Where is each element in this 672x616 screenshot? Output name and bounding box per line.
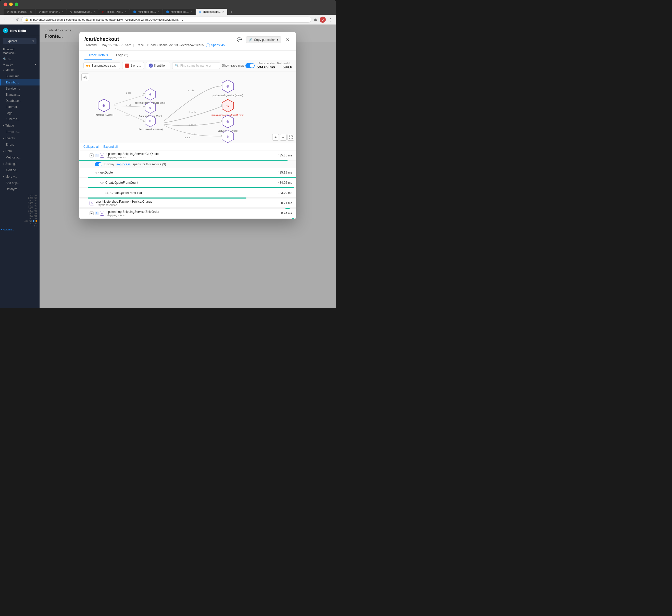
sidebar-item-logs[interactable]: Logs (0, 110, 40, 116)
node-shipping[interactable]: ⊕ shippingservice (443ms) (1 error) (211, 100, 244, 116)
tab-close-icon-0[interactable]: ✕ (30, 10, 32, 13)
sidebar-item-datalyze[interactable]: Datalyze... (0, 186, 40, 192)
span-info-1: getQuote (100, 171, 113, 174)
in-process-toggle[interactable] (95, 162, 102, 166)
browser-tab-3[interactable]: P Politics, Poli... ✕ (99, 9, 130, 15)
trace-map-area: 1 call 1 call 1 call 5 calls 2 calls 2 c… (79, 71, 296, 143)
browser-tab-0[interactable]: ⚙ helm-charts/... ✕ (4, 9, 35, 15)
sidebar-item-databases[interactable]: Database... (0, 98, 40, 104)
node-cart[interactable]: ⊕ CartService (544ms) (218, 115, 238, 132)
explorer-dropdown-btn[interactable]: Explorer ▾ (3, 38, 36, 44)
zoom-out-btn[interactable]: − (280, 134, 287, 141)
span-row-1[interactable]: </> getQuote 435.19 ms (79, 168, 296, 177)
sidebar-section-more[interactable]: ▾ More v... (0, 173, 40, 180)
view-by-dropdown[interactable]: ▾ (35, 63, 36, 66)
browser-tab-2[interactable]: ⚙ newrelic/flue... ✕ (67, 9, 98, 15)
sidebar-item-externals[interactable]: External... (0, 104, 40, 110)
trace-map-toggle-switch[interactable] (245, 63, 255, 68)
span-row-5[interactable]: ▶ 1 ⊕ hipstershop.ShippingService/ShipOr… (79, 209, 296, 218)
tab-close-icon-5[interactable]: ✕ (190, 10, 192, 13)
sidebar-item-errors[interactable]: Errors (0, 142, 40, 148)
collapse-all-btn[interactable]: Collapse all (83, 145, 99, 149)
entities-btn[interactable]: ⬡ 8 entitie... (146, 62, 170, 69)
user-avatar[interactable]: U (320, 17, 326, 23)
in-process-label: Display (104, 163, 114, 166)
browser-tab-4[interactable]: 🔵 minikube sta... ✕ (130, 9, 163, 15)
tab-close-icon-4[interactable]: ✕ (157, 10, 159, 13)
in-process-link[interactable]: in-process (116, 163, 130, 166)
chevron-down-icon: ▾ (32, 39, 34, 43)
trace-map-svg: 1 call 1 call 1 call 5 calls 2 calls 2 c… (79, 71, 296, 143)
sidebar-section-triage[interactable]: ▾ Triage (0, 122, 40, 129)
zoom-fit-btn[interactable] (288, 134, 294, 141)
tab-trace-details[interactable]: Trace Details (84, 51, 112, 60)
tab-close-icon-2[interactable]: ✕ (94, 10, 96, 13)
spans-badge[interactable]: i Spans: 45 (206, 43, 225, 47)
sidebar-item-kubernetes[interactable]: Kuberne... (0, 116, 40, 122)
spans-search-box[interactable]: 🔍 Find spans by name or (172, 62, 220, 69)
node-checkout[interactable]: ⊕ checkoutservice (549ms) (138, 115, 163, 131)
tab-close-icon-6[interactable]: ✕ (222, 10, 224, 13)
expand-icon: ▾ (3, 175, 4, 178)
node-frontend[interactable]: ⊕ Frontend (595ms) (95, 99, 114, 116)
browser-tab-1[interactable]: ⚙ helm-charts/... ✕ (35, 9, 67, 15)
comment-icon[interactable]: 💬 (236, 36, 243, 43)
zoom-controls: + − (272, 134, 294, 141)
anomalous-spans-btn[interactable]: 1 anomalous spa... (83, 62, 120, 69)
copy-permalink-btn[interactable]: 🔗 Copy permalink ▾ (246, 36, 281, 43)
maximize-window-btn[interactable] (15, 3, 18, 6)
tab-logs[interactable]: Logs (2) (112, 51, 132, 60)
sidebar-section-monitor[interactable]: ▾ Monitor (0, 67, 40, 73)
sidebar-item-errors-inbox[interactable]: Errors in... (0, 129, 40, 135)
tab-close-icon-1[interactable]: ✕ (61, 10, 64, 13)
sidebar-section-events[interactable]: ▾ Events (0, 135, 40, 142)
span-expand-btn-0[interactable]: ▾ (90, 153, 94, 157)
span-duration-1: 435.19 ms (278, 171, 292, 174)
svg-text:⊕: ⊕ (102, 103, 105, 107)
errors-btn[interactable]: ! 1 erro... (122, 62, 144, 69)
arrow-recommendation (143, 93, 145, 95)
tab-close-icon-3[interactable]: ✕ (125, 10, 127, 13)
url-input[interactable]: 🔒 https://one.newrelic.com/nr1-core/dist… (21, 17, 311, 23)
reload-btn[interactable]: ↺ (16, 18, 19, 22)
trace-settings-btn[interactable] (81, 73, 89, 81)
new-tab-btn[interactable]: + (229, 9, 235, 15)
sidebar-item-alerts[interactable]: Alert co... (0, 167, 40, 173)
sidebar-item-summary[interactable]: Summary (0, 73, 40, 79)
anomalous-icon (86, 65, 90, 67)
sidebar-item-metrics[interactable]: Metrics a... (0, 154, 40, 161)
sidebar-section-settings[interactable]: ▾ Settings (0, 161, 40, 167)
extensions-icon[interactable]: ⊕ (314, 17, 317, 22)
sidebar-item-transactions[interactable]: Transact... (0, 92, 40, 98)
y-axis-1400: 1400 ms (0, 207, 37, 210)
forward-btn[interactable]: → (10, 18, 13, 22)
span-count-0: 3 (95, 154, 99, 157)
zoom-in-btn[interactable]: + (272, 134, 279, 141)
sidebar-item-service-map[interactable]: Service r... (0, 85, 40, 92)
sidebar-item-distributed[interactable]: Distribu... (0, 79, 40, 85)
sidebar-section-data[interactable]: ▾ Data (0, 148, 40, 154)
node-productcatalog[interactable]: ⊕ productcatalogservice (559ms) (213, 80, 243, 97)
back-btn[interactable]: ← (4, 18, 7, 22)
span-code-icon-1: </> (95, 171, 99, 174)
menu-btn[interactable]: ⋮ (328, 17, 332, 22)
minimize-window-btn[interactable] (9, 3, 13, 6)
sidebar-item-add-app[interactable]: Add app... (0, 180, 40, 186)
expand-all-btn[interactable]: Expand all (103, 145, 118, 149)
span-count-5: 1 (95, 212, 99, 215)
browser-tab-6[interactable]: ◉ shippingserv... ✕ (196, 9, 227, 15)
y-axis-2200: 2200 ms (0, 197, 37, 199)
modal-route: /cart/checkout (84, 36, 236, 42)
y-axis-1600: 1600 ms (0, 204, 37, 207)
span-row-4[interactable]: ⊕ grpc.hipstershop.PaymentService/Charge… (79, 199, 296, 208)
span-row-0[interactable]: ▾ 3 ⊕ hipstershop.ShippingService/GetQuo… (79, 151, 296, 160)
modal-tabs: Trace Details Logs (2) (79, 51, 296, 60)
modal-close-btn[interactable]: ✕ (284, 36, 291, 43)
info-circle-icon: i (206, 43, 210, 47)
sidebar-search[interactable]: Se... (8, 58, 14, 61)
close-window-btn[interactable] (4, 3, 7, 6)
span-row-2[interactable]: </> CreateQuoteFromCount 434.92 ms (79, 178, 296, 187)
span-row-3[interactable]: </> CreateQuoteFromFloat 333.79 ms (79, 188, 296, 198)
span-expand-btn-5[interactable]: ▶ (90, 211, 94, 215)
browser-tab-5[interactable]: 🔵 minikube sta... ✕ (163, 9, 195, 15)
